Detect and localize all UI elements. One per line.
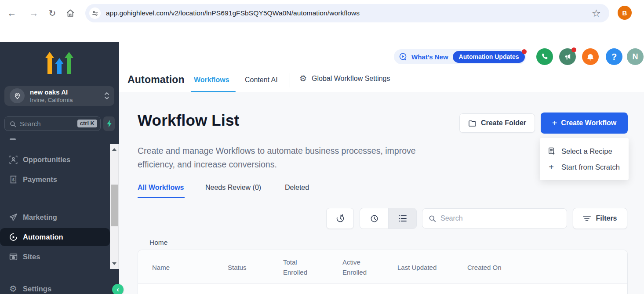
bookmarks-bar: All Bookmarks [0,26,644,42]
sidebar-item-opportunities[interactable]: Opportunities [0,152,110,167]
view-toggle [360,208,417,229]
tab-workflows[interactable]: Workflows [194,76,229,84]
phone-icon [541,53,549,61]
announcement-icon [399,52,408,62]
sites-icon [8,252,18,261]
screenshot-root: ← → ↻ app.gohighlevel.com/v2/location/ln… [0,0,644,294]
enrollment-history-button[interactable] [326,208,354,229]
account-chevrons-icon[interactable] [104,91,109,100]
whats-new-label: What's New [411,53,448,61]
megaphone-icon [564,53,571,61]
workflow-list-page: Workflow List Create and manage Workflow… [119,92,644,294]
scroll-up-arrow-icon[interactable] [112,148,116,151]
account-location: Irvine, California [30,97,73,103]
marketing-icon [8,213,18,222]
active-tab-underline [138,197,185,198]
history-clock-icon [335,214,345,223]
clock-icon [370,214,379,223]
sidebar-item-marketing[interactable]: Marketing [0,210,110,225]
create-workflow-menu: Select a Recipe + Start from Scratch [540,138,629,180]
page-title: Automation [127,74,185,86]
workflow-search[interactable] [422,208,567,229]
col-active-enrolled: Active Enrolled [342,257,371,277]
menu-item-select-recipe[interactable]: Select a Recipe [540,143,629,159]
global-workflow-settings-link[interactable]: ⚙ Global Workflow Settings [299,74,390,83]
sidebar-item-sites[interactable]: Sites [0,249,110,264]
search-shortcut-badge: ctrl K [77,120,97,127]
automation-icon [8,232,18,242]
svg-text:$: $ [12,177,15,181]
sidebar-search[interactable]: ctrl K [4,116,101,131]
filter-icon [583,215,591,221]
sidebar: new oaks AI Irvine, California ctrl K [0,42,119,294]
section-title: Workflow List [138,112,239,129]
sidebar-divider [8,198,102,198]
sidebar-item-automation[interactable]: Automation [0,228,110,246]
bolt-icon [106,120,112,127]
col-status: Status [228,262,247,272]
workflow-search-input[interactable] [440,214,559,222]
location-pin-icon [10,88,25,103]
table-header-row: Name Status Total Enrolled Active Enroll… [138,250,627,284]
home-icon[interactable] [65,8,75,18]
list-view-button[interactable] [388,208,416,229]
filters-button[interactable]: Filters [573,208,627,229]
truncated-menu-item [10,138,16,140]
plus-icon: + [552,118,557,128]
sidebar-search-input[interactable] [20,117,73,130]
sidebar-item-payments[interactable]: $ Payments [0,172,110,187]
menu-item-start-from-scratch[interactable]: + Start from Scratch [540,159,629,175]
help-button[interactable]: ? [606,48,622,65]
tab-all-workflows[interactable]: All Workflows [138,184,184,192]
scroll-down-arrow-icon[interactable] [112,262,116,265]
automation-updates-badge[interactable]: Automation Updates [453,51,525,63]
site-settings-icon[interactable] [89,7,101,19]
workflow-table: Name Status Total Enrolled Active Enroll… [138,250,628,294]
create-folder-button[interactable]: Create Folder [459,113,535,133]
account-name: new oaks AI [30,88,68,96]
url-bar[interactable]: app.gohighlevel.com/v2/location/lnPS691g… [85,4,609,22]
tab-content-ai[interactable]: Content AI [245,76,278,84]
notifications-button[interactable] [582,48,599,65]
recipe-icon [547,147,556,155]
browser-profile-avatar[interactable]: B [618,6,632,20]
phone-button[interactable] [536,48,553,65]
whats-new-pill[interactable]: What's New Automation Updates [394,49,526,64]
tab-deleted[interactable]: Deleted [285,184,309,192]
breadcrumb-home[interactable]: Home [149,239,167,247]
col-last-updated: Last Updated [397,262,437,272]
reload-icon[interactable]: ↻ [47,7,58,19]
bookmark-star-icon[interactable]: ☆ [592,7,601,19]
announcements-button[interactable] [559,48,576,65]
col-name: Name [152,262,170,272]
forward-icon[interactable]: → [28,7,40,19]
tabs-divider [290,73,290,87]
recent-view-button[interactable] [360,208,388,229]
url-text: app.gohighlevel.com/v2/location/lnPS691g… [106,9,360,17]
quick-actions-button[interactable] [103,116,115,131]
col-created-on: Created On [467,262,502,272]
bell-icon [586,53,594,61]
tab-needs-review[interactable]: Needs Review (0) [205,184,261,192]
plus-icon: + [547,162,556,172]
account-selector[interactable]: new oaks AI Irvine, California [4,86,114,106]
notification-dot [522,49,527,54]
sidebar-item-settings[interactable]: ⚙ Settings [0,281,110,294]
opportunities-icon [8,155,18,164]
back-icon[interactable]: ← [6,7,18,19]
col-total-enrolled: Total Enrolled [283,257,311,277]
question-icon: ? [611,52,617,62]
browser-toolbar: ← → ↻ app.gohighlevel.com/v2/location/ln… [0,0,644,26]
create-workflow-button[interactable]: + Create Workflow [541,113,628,134]
settings-gear-icon: ⚙ [8,284,18,293]
sidebar-collapse-button[interactable]: ‹ [112,284,124,294]
user-avatar[interactable]: N [627,48,644,65]
payments-icon: $ [8,175,18,184]
sidebar-scrollbar[interactable] [110,144,119,269]
notification-dot [571,47,576,52]
search-icon [429,215,436,222]
scrollbar-thumb[interactable] [111,185,118,226]
folder-icon [468,120,477,127]
gear-icon: ⚙ [299,74,307,83]
search-icon [10,121,16,127]
